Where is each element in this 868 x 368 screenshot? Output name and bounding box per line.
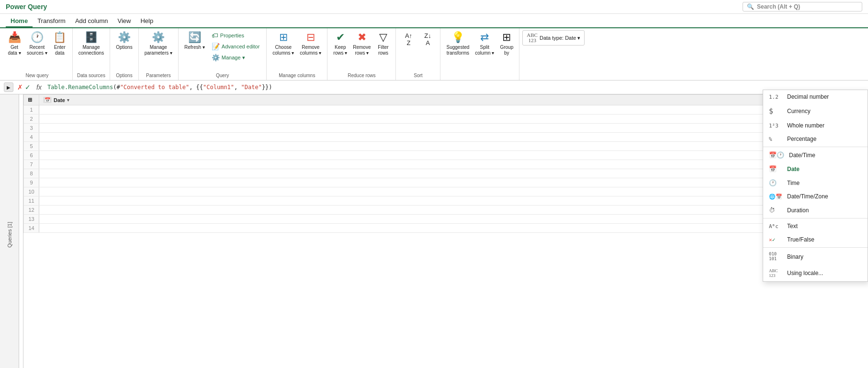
dtype-truefalse[interactable]: ✕✓ True/False — [763, 233, 868, 246]
table-row[interactable]: 61/6/2019 — [24, 151, 868, 160]
table-row[interactable]: 41/4/2019 — [24, 133, 868, 142]
dtype-binary[interactable]: 010101 Binary — [763, 249, 868, 265]
date-cell: 1/6/2019 — [39, 151, 868, 160]
query-small-buttons: 🏷 Properties 📝 Advanced editor ⚙️ Manage… — [208, 30, 264, 71]
manage-parameters-button[interactable]: ⚙️ Manageparameters ▾ — [142, 30, 175, 58]
manage-icon: ⚙️ — [212, 54, 220, 61]
refresh-button[interactable]: 🔄 Refresh ▾ — [181, 30, 208, 52]
choose-columns-button[interactable]: ⊞ Choosecolumns ▾ — [270, 30, 297, 58]
dtype-locale[interactable]: ABC123 Using locale... — [763, 265, 868, 281]
date-cell: 1/10/2019 — [39, 187, 868, 196]
enter-data-button[interactable]: 📋 Enterdata — [50, 30, 69, 58]
sort-desc-button[interactable]: Z↓A — [418, 30, 437, 48]
get-data-icon: 📥 — [8, 32, 21, 43]
ribbon: 📥 Getdata ▾ 🕐 Recentsources ▾ 📋 Enterdat… — [0, 28, 868, 80]
menu-bar: Home Transform Add column View Help — [0, 14, 868, 28]
get-data-button[interactable]: 📥 Getdata ▾ — [5, 30, 24, 58]
row-number: 5 — [24, 142, 39, 151]
ribbon-group-manage-columns: ⊞ Choosecolumns ▾ ⊟ Removecolumns ▾ Mana… — [267, 28, 327, 80]
data-type-button[interactable]: ABC123 Data type: Date ▾ — [522, 30, 585, 46]
table-row[interactable]: 121/12/2019 — [24, 206, 868, 215]
ribbon-group-query: 🔄 Refresh ▾ 🏷 Properties 📝 Advanced edit… — [179, 28, 267, 80]
date-type-icon: 📅 — [43, 97, 52, 103]
split-column-button[interactable]: ⇄ Splitcolumn ▾ — [472, 30, 497, 58]
dtype-decimal[interactable]: 1.2 Decimal number — [763, 90, 868, 104]
options-label: Options — [110, 73, 138, 78]
recent-sources-button[interactable]: 🕐 Recentsources ▾ — [24, 30, 50, 58]
row-number: 8 — [24, 169, 39, 178]
date-cell: 1/13/2019 — [39, 215, 868, 224]
table-row[interactable]: 71/7/2019 — [24, 160, 868, 169]
keep-rows-button[interactable]: ✔ Keeprows ▾ — [330, 30, 350, 58]
ribbon-group-data-sources: 🗄️ Manageconnections Data sources — [73, 28, 110, 80]
app-title: Power Query — [6, 3, 47, 11]
manage-columns-label: Manage columns — [267, 73, 327, 78]
manage-connections-button[interactable]: 🗄️ Manageconnections — [76, 30, 107, 58]
properties-button[interactable]: 🏷 Properties — [208, 30, 264, 41]
date-col-dropdown[interactable]: ▾ — [67, 98, 69, 103]
query-panel — [19, 94, 23, 368]
sort-asc-icon: A↑Z — [405, 32, 412, 46]
ribbon-group-transform: 💡 Suggestedtransforms ⇄ Splitcolumn ▾ ⊞ … — [440, 28, 519, 80]
fx-label: fx — [36, 83, 42, 91]
dtype-duration[interactable]: ⏱ Duration — [763, 203, 868, 217]
ribbon-group-sort: A↑Z Z↓A Sort — [396, 28, 440, 80]
table-row[interactable]: 51/5/2019 — [24, 142, 868, 151]
menu-view[interactable]: View — [113, 15, 136, 26]
search-icon: 🔍 — [747, 3, 754, 10]
menu-add-column[interactable]: Add column — [70, 15, 113, 26]
data-type-label: Data type: Date ▾ — [540, 35, 581, 41]
undo-icon: ✗ — [17, 83, 23, 91]
filter-rows-button[interactable]: ▽ Filterrows — [373, 30, 393, 58]
confirm-icon: ✓ — [25, 83, 31, 91]
dtype-whole[interactable]: 1²3 Whole number — [763, 119, 868, 132]
table-row[interactable]: 31/3/2019 — [24, 124, 868, 133]
dtype-currency[interactable]: $ Currency — [763, 104, 868, 119]
query-label: Query — [179, 73, 266, 78]
table-row[interactable]: 111/11/2019 — [24, 196, 868, 206]
dtype-percentage[interactable]: % Percentage — [763, 132, 868, 146]
row-num-header: ⊞ — [24, 95, 39, 105]
table-row[interactable]: 21/2/2019 — [24, 115, 868, 124]
choose-columns-icon: ⊞ — [279, 32, 288, 43]
undo-checkmark[interactable]: ✗ ✓ — [17, 83, 31, 91]
sort-asc-button[interactable]: A↑Z — [399, 30, 418, 48]
remove-rows-icon: ✖ — [358, 32, 366, 43]
suggested-transforms-button[interactable]: 💡 Suggestedtransforms — [443, 30, 472, 58]
date-col-label: Date — [54, 97, 65, 103]
dtype-datetimezone[interactable]: 🌐📅 Date/Time/Zone — [763, 190, 868, 203]
menu-help[interactable]: Help — [135, 15, 158, 26]
group-by-button[interactable]: ⊞ Groupby — [497, 30, 516, 58]
table-row[interactable]: 131/13/2019 — [24, 215, 868, 224]
table-row[interactable]: 141/14/2019 — [24, 224, 868, 233]
row-number: 3 — [24, 124, 39, 133]
dtype-time[interactable]: 🕐 Time — [763, 176, 868, 190]
dtype-datetime[interactable]: 📅🕐 Date/Time — [763, 148, 868, 162]
manage-button[interactable]: ⚙️ Manage ▾ — [208, 52, 264, 63]
remove-columns-icon: ⊟ — [306, 32, 315, 43]
table-row[interactable]: 11/1/2019 — [24, 105, 868, 115]
keep-rows-icon: ✔ — [336, 32, 345, 43]
dtype-date[interactable]: 📅 Date — [763, 162, 868, 176]
options-button[interactable]: ⚙️ Options — [113, 30, 135, 52]
group-by-icon: ⊞ — [502, 32, 511, 43]
data-grid-area[interactable]: ⊞ 📅 Date ▾ 11/1/201921/2/201931/3/201941… — [23, 94, 868, 368]
dtype-text[interactable]: Aᴮc Text — [763, 219, 868, 233]
advanced-editor-button[interactable]: 📝 Advanced editor — [208, 41, 264, 52]
row-number: 10 — [24, 187, 39, 196]
table-row[interactable]: 91/9/2019 — [24, 178, 868, 187]
divider-3 — [763, 247, 868, 248]
advanced-editor-icon: 📝 — [212, 43, 220, 50]
filter-rows-icon: ▽ — [379, 32, 387, 43]
expand-button[interactable]: ▶ — [4, 82, 13, 92]
suggested-transforms-icon: 💡 — [451, 32, 464, 43]
row-number: 6 — [24, 151, 39, 160]
search-box[interactable]: 🔍 Search (Alt + Q) — [743, 2, 862, 12]
remove-columns-button[interactable]: ⊟ Removecolumns ▾ — [297, 30, 324, 58]
remove-rows-button[interactable]: ✖ Removerows ▾ — [350, 30, 373, 58]
table-row[interactable]: 101/10/2019 — [24, 187, 868, 196]
date-column-header[interactable]: 📅 Date ▾ — [39, 95, 868, 105]
menu-transform[interactable]: Transform — [33, 15, 70, 26]
menu-home[interactable]: Home — [6, 15, 33, 27]
table-row[interactable]: 81/8/2019 — [24, 169, 868, 178]
